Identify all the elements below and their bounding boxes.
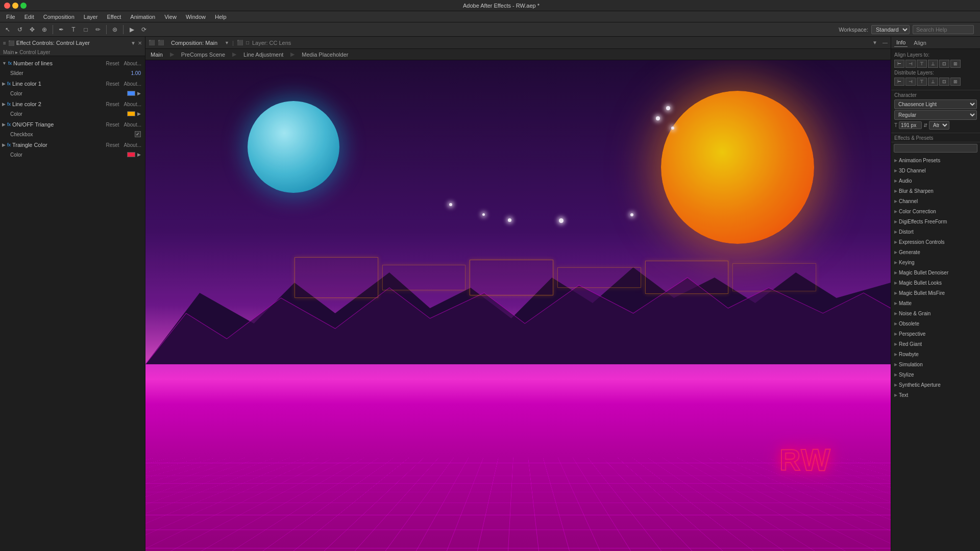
effect-group-header-lc2[interactable]: ▶ fx Line color 2 Reset About... [0, 99, 145, 109]
effect-distort[interactable]: ▶ Distort [891, 227, 980, 237]
effect-rowbyte[interactable]: ▶ Rowbyte [891, 349, 980, 359]
comp-panel-options[interactable]: ▼ [872, 40, 877, 45]
comp-nav-tab-lineadj[interactable]: Line Adjustment [240, 51, 286, 59]
effect-magic-bullet-misfire[interactable]: ▶ Magic Bullet MisFire [891, 288, 980, 298]
menu-edit[interactable]: Edit [20, 13, 38, 21]
min-button[interactable] [12, 3, 18, 9]
menu-layer[interactable]: Layer [80, 13, 102, 21]
toolbar-zoom[interactable]: ⊕ [39, 24, 50, 35]
about-lc1[interactable]: About... [122, 81, 143, 87]
close-button[interactable] [4, 3, 10, 9]
menu-view[interactable]: View [160, 13, 181, 21]
toolbar-text[interactable]: T [68, 24, 79, 35]
toolbar-rotate[interactable]: ↺ [14, 24, 26, 35]
dist-top[interactable]: ⊥ [928, 78, 938, 86]
menu-help[interactable]: Help [211, 13, 231, 21]
effect-magic-bullet-denoiser[interactable]: ▶ Magic Bullet Denoiser [891, 267, 980, 278]
about-lc2[interactable]: About... [122, 102, 143, 107]
align-left[interactable]: ⊢ [894, 60, 904, 68]
effect-digieffects[interactable]: ▶ DigiEffects FreeForm [891, 216, 980, 227]
prop-arrow-lc1[interactable]: ▶ [137, 91, 141, 96]
effect-text[interactable]: ▶ Text [891, 390, 980, 400]
comp-dropdown[interactable]: ▼ [225, 40, 229, 45]
color-swatch-lc2[interactable] [127, 111, 135, 116]
effect-expression-controls[interactable]: ▶ Expression Controls [891, 237, 980, 247]
search-input[interactable] [913, 25, 974, 34]
effect-noise-grain[interactable]: ▶ Noise & Grain [891, 308, 980, 318]
menu-window[interactable]: Window [182, 13, 210, 21]
color-swatch-lc1[interactable] [127, 91, 135, 96]
tab-info[interactable]: Info [894, 38, 908, 47]
font-size-input[interactable] [899, 121, 922, 129]
effect-synthetic-aperture[interactable]: ▶ Synthetic Aperture [891, 380, 980, 390]
toolbar-pen[interactable]: ✒ [56, 24, 67, 35]
workspace-select[interactable]: Standard [871, 25, 910, 34]
panel-menu-icon[interactable]: ≡ [3, 40, 6, 46]
effect-simulation[interactable]: ▶ Simulation [891, 359, 980, 369]
comp-close-icon[interactable]: — [883, 40, 888, 45]
reset-tricolor[interactable]: Reset [104, 142, 120, 148]
color-swatch-tricolor[interactable] [127, 152, 135, 157]
reset-onoff[interactable]: Reset [104, 122, 120, 128]
font-style-select[interactable]: Regular [894, 110, 977, 120]
effects-search-input[interactable] [894, 144, 977, 153]
toolbar-shape[interactable]: □ [80, 24, 91, 35]
align-center-h[interactable]: ⊣ [905, 60, 916, 68]
prop-arrow-tricolor[interactable]: ▶ [137, 152, 141, 157]
about-onoff[interactable]: About... [122, 122, 143, 128]
dist-right[interactable]: ⊤ [917, 78, 927, 86]
toolbar-light[interactable]: ⟳ [138, 24, 150, 35]
prop-value-slider[interactable]: 1.00 [131, 70, 141, 76]
comp-nav-tab-main[interactable]: Main [148, 51, 166, 59]
dist-center-v[interactable]: ⊡ [939, 78, 949, 86]
toolbar-select[interactable]: ↖ [2, 24, 13, 35]
effect-group-header-lc1[interactable]: ▶ fx Line color 1 Reset About... [0, 79, 145, 89]
panel-options-icon[interactable]: ▼ [131, 40, 136, 46]
reset-lc2[interactable]: Reset [104, 102, 120, 107]
dist-center-h[interactable]: ⊣ [905, 78, 916, 86]
about-numlines[interactable]: About... [122, 61, 143, 66]
effect-animation-presets[interactable]: ▶ Animation Presets [891, 155, 980, 165]
comp-nav-tab-precomps[interactable]: PreComps Scene [178, 51, 228, 59]
effect-channel[interactable]: ▶ Channel [891, 196, 980, 206]
align-center-v[interactable]: ⊡ [939, 60, 949, 68]
reset-lc1[interactable]: Reset [104, 81, 120, 87]
effect-audio[interactable]: ▶ Audio [891, 176, 980, 186]
dist-left[interactable]: ⊢ [894, 78, 904, 86]
checkbox-onoff[interactable]: ✓ [135, 131, 141, 137]
effect-red-giant[interactable]: ▶ Red Giant [891, 339, 980, 349]
effect-obsolete[interactable]: ▶ Obsolete [891, 318, 980, 329]
effect-perspective[interactable]: ▶ Perspective [891, 329, 980, 339]
font-leading-select[interactable]: Atr [929, 121, 949, 130]
max-button[interactable] [20, 3, 27, 9]
prop-arrow-lc2[interactable]: ▶ [137, 111, 141, 116]
effect-matte[interactable]: ▶ Matte [891, 298, 980, 308]
effect-keying[interactable]: ▶ Keying [891, 257, 980, 267]
effect-group-header-numlines[interactable]: ▼ fx Number of lines Reset About... [0, 58, 145, 68]
effect-group-header-tricolor[interactable]: ▶ fx Traingle Color Reset About... [0, 140, 145, 150]
panel-close-icon[interactable]: ✕ [138, 40, 142, 46]
effect-3d-channel[interactable]: ▶ 3D Channel [891, 165, 980, 176]
toolbar-move[interactable]: ✥ [27, 24, 38, 35]
align-top[interactable]: ⊥ [928, 60, 938, 68]
reset-numlines[interactable]: Reset [104, 61, 120, 66]
menu-file[interactable]: File [2, 13, 19, 21]
font-select[interactable]: Chaosence Light [894, 99, 977, 109]
effect-group-header-onoff[interactable]: ▶ fx ON/OFF Triange Reset About... [0, 119, 145, 130]
dist-bottom[interactable]: ⊞ [950, 78, 961, 86]
menu-composition[interactable]: Composition [39, 13, 79, 21]
effect-blur-sharpen[interactable]: ▶ Blur & Sharpen [891, 186, 980, 196]
about-tricolor[interactable]: About... [122, 142, 143, 148]
toolbar-camera[interactable]: ▶ [126, 24, 137, 35]
effect-color-correction[interactable]: ▶ Color Correction [891, 206, 980, 216]
toolbar-puppet[interactable]: ⊛ [109, 24, 120, 35]
comp-tab-main[interactable]: Composition: Main [167, 39, 222, 47]
tab-align[interactable]: Align [912, 39, 928, 47]
align-right[interactable]: ⊤ [917, 60, 927, 68]
menu-effect[interactable]: Effect [103, 13, 125, 21]
toolbar-paint[interactable]: ✏ [92, 24, 104, 35]
effect-stylize[interactable]: ▶ Stylize [891, 369, 980, 380]
menu-animation[interactable]: Animation [126, 13, 159, 21]
comp-nav-tab-media[interactable]: Media Placeholder [299, 51, 351, 59]
align-bottom[interactable]: ⊞ [950, 60, 961, 68]
